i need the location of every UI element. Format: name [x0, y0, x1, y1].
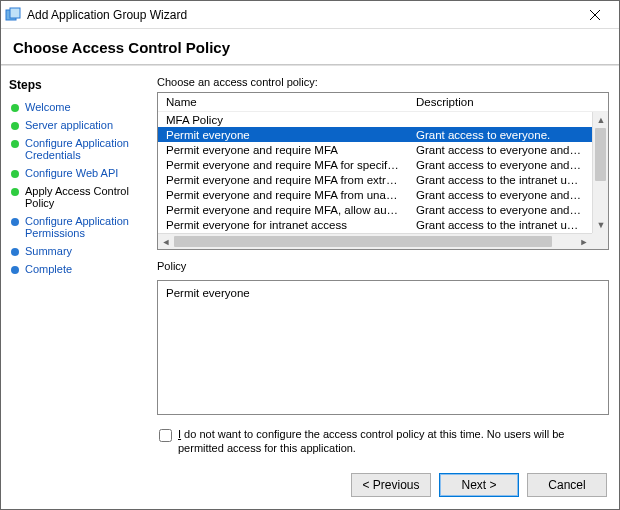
scroll-right-icon[interactable]: ► [576, 234, 592, 249]
policy-row[interactable]: Permit everyone for intranet accessGrant… [158, 217, 592, 232]
heading-separator [1, 64, 619, 66]
skip-policy-checkbox-row[interactable]: I do not want to configure the access co… [157, 427, 609, 455]
policy-row[interactable]: Permit everyone and require MFA from una… [158, 187, 592, 202]
cancel-button[interactable]: Cancel [527, 473, 607, 497]
steps-title: Steps [9, 78, 149, 92]
policy-description: Grant access to everyone and require MFA… [408, 157, 592, 172]
svg-rect-1 [10, 8, 20, 18]
close-icon [590, 10, 600, 20]
policy-name: Permit everyone and require MFA from una… [158, 187, 408, 202]
policy-name: Permit everyone and require MFA from ext… [158, 172, 408, 187]
step-bullet-icon [11, 266, 19, 274]
policy-row[interactable]: Permit everyone and require MFA for spec… [158, 157, 592, 172]
step-label: Welcome [25, 101, 71, 113]
policy-description: Grant access to everyone and require MFA… [408, 187, 592, 202]
policy-description: Grant access to the intranet users. [408, 217, 592, 232]
policy-row[interactable]: MFA Policy [158, 112, 592, 127]
policy-detail-label: Policy [157, 260, 609, 272]
step-4: Apply Access Control Policy [9, 182, 149, 212]
scroll-thumb-vertical[interactable] [595, 128, 606, 181]
policy-name: MFA Policy [158, 112, 408, 127]
step-3[interactable]: Configure Web API [9, 164, 149, 182]
step-7[interactable]: Complete [9, 260, 149, 278]
step-0[interactable]: Welcome [9, 98, 149, 116]
step-bullet-icon [11, 188, 19, 196]
step-bullet-icon [11, 170, 19, 178]
column-name[interactable]: Name [158, 93, 408, 111]
scroll-down-icon[interactable]: ▼ [593, 217, 608, 233]
step-1[interactable]: Server application [9, 116, 149, 134]
horizontal-scrollbar[interactable]: ◄ ► [158, 233, 592, 249]
step-label: Configure Application Permissions [25, 215, 149, 239]
policy-row[interactable]: Permit everyone and require MFAGrant acc… [158, 142, 592, 157]
policy-description: Grant access to everyone. [408, 127, 592, 142]
window-title: Add Application Group Wizard [27, 8, 575, 22]
policy-list-label: Choose an access control policy: [157, 76, 609, 88]
step-label: Configure Web API [25, 167, 118, 179]
column-description[interactable]: Description [408, 93, 608, 111]
wizard-window: Add Application Group Wizard Choose Acce… [0, 0, 620, 510]
title-bar: Add Application Group Wizard [1, 1, 619, 29]
step-bullet-icon [11, 104, 19, 112]
scroll-up-icon[interactable]: ▲ [593, 112, 608, 128]
skip-policy-checkbox[interactable] [159, 429, 172, 442]
step-label: Complete [25, 263, 72, 275]
step-bullet-icon [11, 122, 19, 130]
policy-name: Permit everyone for intranet access [158, 217, 408, 232]
step-label: Server application [25, 119, 113, 131]
policy-description: Grant access to everyone and require MFA… [408, 202, 592, 217]
policy-list[interactable]: Name Description MFA PolicyPermit everyo… [157, 92, 609, 250]
policy-row[interactable]: Permit everyone and require MFA, allow a… [158, 202, 592, 217]
policy-description: Grant access to the intranet users and r… [408, 172, 592, 187]
steps-panel: Steps WelcomeServer applicationConfigure… [1, 70, 151, 463]
step-label: Apply Access Control Policy [25, 185, 149, 209]
policy-row[interactable]: Permit everyone and require MFA from ext… [158, 172, 592, 187]
scroll-thumb-horizontal[interactable] [174, 236, 552, 247]
skip-policy-label: I do not want to configure the access co… [178, 427, 609, 455]
step-label: Summary [25, 245, 72, 257]
next-button[interactable]: Next > [439, 473, 519, 497]
policy-detail-box: Permit everyone [157, 280, 609, 415]
policy-name: Permit everyone and require MFA [158, 142, 408, 157]
step-2[interactable]: Configure Application Credentials [9, 134, 149, 164]
wizard-buttons: < Previous Next > Cancel [1, 463, 619, 509]
step-label: Configure Application Credentials [25, 137, 149, 161]
policy-description: Grant access to everyone and require MFA… [408, 142, 592, 157]
step-5[interactable]: Configure Application Permissions [9, 212, 149, 242]
step-bullet-icon [11, 218, 19, 226]
page-heading: Choose Access Control Policy [1, 29, 619, 64]
policy-row[interactable]: Permit everyoneGrant access to everyone. [158, 127, 592, 142]
list-header: Name Description [158, 93, 608, 112]
policy-name: Permit everyone [158, 127, 408, 142]
step-bullet-icon [11, 248, 19, 256]
policy-name: Permit everyone and require MFA, allow a… [158, 202, 408, 217]
main-panel: Choose an access control policy: Name De… [151, 70, 619, 463]
scroll-left-icon[interactable]: ◄ [158, 234, 174, 249]
close-button[interactable] [575, 1, 615, 28]
policy-name: Permit everyone and require MFA for spec… [158, 157, 408, 172]
previous-button[interactable]: < Previous [351, 473, 431, 497]
step-6[interactable]: Summary [9, 242, 149, 260]
scroll-corner [592, 233, 608, 249]
policy-detail-text: Permit everyone [166, 287, 250, 299]
policy-description [408, 112, 592, 127]
vertical-scrollbar[interactable]: ▲ ▼ [592, 112, 608, 233]
app-icon [5, 7, 21, 23]
step-bullet-icon [11, 140, 19, 148]
